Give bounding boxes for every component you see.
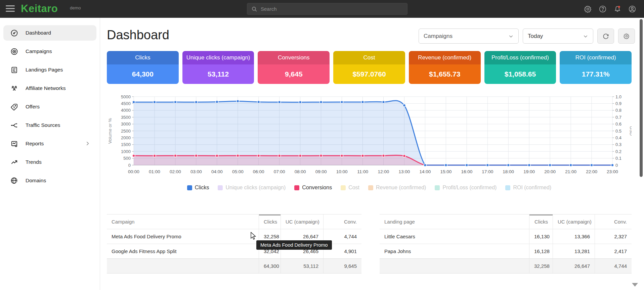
sidebar-item-traffic-sources[interactable]: Traffic Sources (3, 117, 96, 133)
svg-text:1000: 1000 (121, 149, 131, 154)
legend-swatch (435, 185, 440, 190)
stat-card-revenue[interactable]: Revenue (confirmed) $1,655.73 (409, 51, 481, 84)
grouping-select-value: Campaigns (424, 33, 453, 40)
column-header-landing-page[interactable]: Landing page (380, 214, 529, 229)
column-header-conv[interactable]: Conv. (595, 214, 632, 229)
svg-text:11:00: 11:00 (357, 169, 368, 174)
legend-swatch (218, 185, 223, 190)
svg-text:4500: 4500 (121, 101, 131, 106)
sidebar-item-trends[interactable]: Trends (3, 154, 96, 170)
notifications-bell-icon[interactable] (613, 5, 622, 13)
stat-card-clicks[interactable]: Clicks 64,300 (107, 51, 179, 84)
svg-text:0.5: 0.5 (615, 129, 621, 134)
stat-card-cost[interactable]: Cost $597.0760 (333, 51, 405, 84)
legend-swatch (368, 185, 373, 190)
search-input[interactable] (261, 6, 403, 12)
refresh-button[interactable] (597, 29, 614, 44)
page-title: Dashboard (107, 28, 169, 42)
menu-icon[interactable] (6, 5, 15, 13)
svg-text:0.6: 0.6 (615, 122, 621, 127)
svg-text:2000: 2000 (121, 135, 131, 140)
svg-text:02:00: 02:00 (170, 169, 181, 174)
stat-card-unique-clicks[interactable]: Unique clicks (campaign) 53,112 (182, 51, 254, 84)
column-header-clicks[interactable]: Clicks (259, 214, 281, 229)
svg-text:09:00: 09:00 (315, 169, 327, 174)
column-header-campaign[interactable]: Campaign (107, 214, 259, 229)
svg-text:05:00: 05:00 (232, 169, 244, 174)
table-row[interactable]: Little Caesars 16,130 13,366 2,327 (380, 229, 632, 244)
chart-legend: Clicks Unique clicks (campaign) Conversi… (107, 185, 632, 191)
svg-text:14:00: 14:00 (419, 169, 431, 174)
sidebar-item-affiliate-networks[interactable]: Affiliate Networks (3, 81, 96, 96)
trend-icon (10, 158, 18, 166)
dashboard-settings-button[interactable] (618, 29, 635, 44)
legend-item-revenue[interactable]: Revenue (confirmed) (368, 185, 426, 191)
refresh-icon (602, 33, 609, 40)
column-header-clicks[interactable]: Clicks (529, 214, 553, 229)
search-icon (251, 6, 257, 12)
svg-text:0.7: 0.7 (615, 115, 621, 120)
svg-text:01:00: 01:00 (149, 169, 160, 174)
pages-icon (10, 66, 18, 74)
svg-text:4000: 4000 (121, 108, 131, 113)
chevron-down-icon (583, 34, 588, 39)
help-icon[interactable] (598, 5, 607, 13)
stat-card-profit-loss[interactable]: Profit/Loss (confirmed) $1,058.65 (484, 51, 556, 84)
legend-swatch (505, 185, 510, 190)
account-icon[interactable] (628, 5, 637, 13)
legend-swatch (294, 185, 299, 190)
stat-card-value: 9,645 (258, 64, 330, 84)
legend-item-conversions[interactable]: Conversions (294, 185, 332, 191)
svg-text:0.3: 0.3 (615, 142, 621, 147)
legend-item-unique-clicks[interactable]: Unique clicks (campaign) (218, 185, 286, 191)
legend-item-clicks[interactable]: Clicks (187, 185, 209, 191)
page-scrollbar[interactable] (640, 19, 643, 177)
svg-text:18:00: 18:00 (503, 169, 514, 174)
grouping-select[interactable]: Campaigns (419, 29, 519, 44)
app-logo[interactable]: Keitaro (21, 3, 58, 15)
legend-item-roi[interactable]: ROI (confirmed) (505, 185, 551, 191)
search-bar[interactable] (247, 3, 407, 15)
sidebar-item-domains[interactable]: Domains (3, 173, 96, 188)
period-select[interactable]: Today (523, 29, 593, 44)
sidebar-item-dashboard[interactable]: Dashboard (3, 25, 96, 41)
table-row[interactable]: Papa Johns 16,128 13,281 2,417 (380, 244, 632, 258)
stat-card-label: Profit/Loss (confirmed) (484, 51, 556, 64)
svg-text:16:00: 16:00 (461, 169, 472, 174)
traffic-chart: 0500100015002000250030003500400045005000… (107, 91, 632, 180)
svg-text:USD: USD (629, 126, 632, 136)
svg-text:15:00: 15:00 (440, 169, 452, 174)
sidebar-item-campaigns[interactable]: Campaigns (3, 44, 96, 59)
sidebar-item-reports[interactable]: Reports (3, 136, 96, 151)
stat-card-value: $1,058.65 (484, 64, 556, 84)
table-totals-row: 32,258 26,647 4,744 (380, 258, 632, 273)
sidebar-item-label: Affiliate Networks (26, 85, 66, 91)
scroll-down-indicator[interactable] (632, 283, 638, 287)
svg-text:0.1: 0.1 (615, 156, 621, 161)
stat-card-value: 53,112 (182, 64, 254, 84)
period-select-value: Today (528, 33, 543, 40)
legend-item-cost[interactable]: Cost (341, 185, 359, 191)
stat-card-roi[interactable]: ROI (confirmed) 177.31% (560, 51, 632, 84)
column-header-uc[interactable]: UC (campaign) (553, 214, 595, 229)
sidebar-item-landings-pages[interactable]: Landings Pages (3, 62, 96, 78)
sidebar-item-offers[interactable]: Offers (3, 99, 96, 114)
people-icon (10, 84, 18, 92)
stat-card-conversions[interactable]: Conversions 9,645 (258, 51, 330, 84)
settings-icon[interactable] (584, 5, 592, 13)
column-header-conv[interactable]: Conv. (323, 214, 361, 229)
chevron-down-icon (508, 34, 514, 39)
sidebar-item-label: Reports (26, 141, 44, 147)
svg-text:0.4: 0.4 (615, 135, 621, 140)
gauge-icon (10, 29, 18, 37)
svg-text:06:00: 06:00 (253, 169, 264, 174)
legend-item-profit-loss[interactable]: Profit/Loss (confirmed) (435, 185, 497, 191)
svg-text:5000: 5000 (121, 94, 131, 99)
svg-text:3500: 3500 (121, 115, 131, 120)
stat-card-label: Revenue (confirmed) (409, 51, 481, 64)
svg-text:2500: 2500 (121, 129, 131, 134)
column-header-uc[interactable]: UC (campaign) (281, 214, 323, 229)
stat-card-value: 64,300 (107, 64, 179, 84)
sidebar: Dashboard Campaigns Landings Pages Affil… (0, 18, 100, 290)
main-content: Dashboard Campaigns Today Clicks 64,300 … (100, 18, 644, 290)
